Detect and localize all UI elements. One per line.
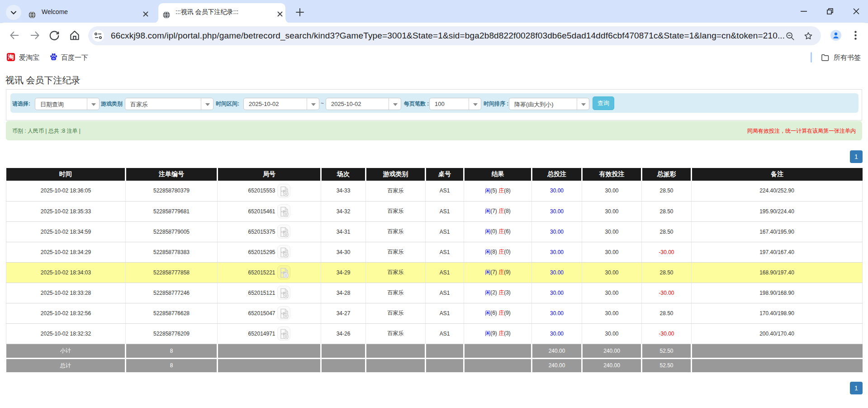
svg-text:du: du <box>52 57 55 60</box>
